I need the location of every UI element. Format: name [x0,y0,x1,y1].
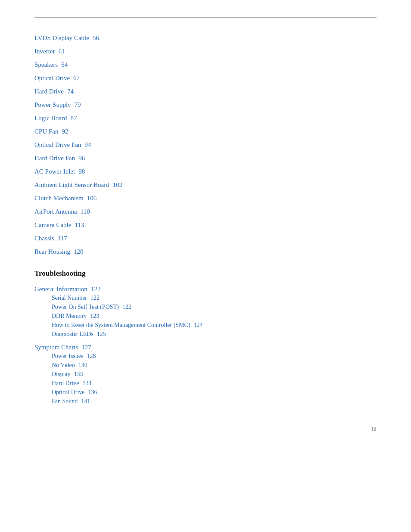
toc-page-num: 106 [87,195,97,202]
toc-item: Optical Drive Fan94 [34,141,377,149]
toc-item: Optical Drive67 [34,75,377,82]
toc-link[interactable]: Logic Board [34,115,67,122]
troubleshooting-group: Symptom Charts127Power Issues128No Video… [34,344,377,405]
toc-link[interactable]: Power Supply [34,101,71,109]
toc-link[interactable]: AC Power Inlet [34,168,75,175]
toc-page-num: 102 [113,181,123,189]
toc-item: Logic Board87 [34,115,377,122]
toc-page-num: 113 [75,221,84,229]
sub-toc-page-num: 123 [90,313,99,320]
group-link[interactable]: General Information [34,286,87,293]
toc-link[interactable]: Chassis [34,235,54,242]
toc-page-num: 64 [61,61,68,68]
toc-item: Hard Drive74 [34,88,377,95]
toc-item: AirPort Antenna110 [34,208,377,215]
sub-toc-item: Optical Drive136 [52,389,377,396]
sub-toc-page-num: 124 [194,322,203,329]
toc-item: Inverter61 [34,48,377,55]
sub-toc-item: Serial Number122 [52,295,377,302]
sub-toc-item: How to Reset the System Management Contr… [52,322,377,329]
toc-page-num: 94 [84,141,91,149]
sub-toc-link[interactable]: No Video [52,362,75,369]
sub-toc-page-num: 130 [78,362,87,369]
sub-toc-link[interactable]: Fan Sound [52,398,78,405]
sub-toc-link[interactable]: Hard Drive [52,380,79,387]
sub-toc-page-num: 128 [87,353,96,360]
toc-link[interactable]: CPU Fan [34,128,58,135]
toc-item: CPU Fan92 [34,128,377,135]
sub-toc-link[interactable]: DDR Memory [52,313,87,320]
top-border [34,17,377,18]
toc-item: Hard Drive Fan96 [34,155,377,162]
sub-toc-link[interactable]: Serial Number [52,295,87,302]
group-heading: General Information122 [34,286,377,293]
sub-toc-page-num: 125 [97,331,106,338]
toc-page-num: 117 [58,235,67,242]
toc-page-num: 87 [70,115,77,122]
group-page-num: 127 [81,344,91,351]
toc-item: Ambient Light Sensor Board102 [34,181,377,189]
toc-link[interactable]: Optical Drive Fan [34,141,81,149]
toc-page-num: 110 [81,208,90,215]
sub-toc-page-num: 133 [74,371,83,378]
toc-section: LVDS Display Cable56Inverter61Speakers64… [34,34,377,405]
toc-page-num: 67 [73,75,80,82]
sub-toc-item: No Video130 [52,362,377,369]
toc-item: Power Supply79 [34,101,377,109]
sub-toc-item: Diagnostic LEDs125 [52,331,377,338]
sub-toc-page-num: 141 [81,398,90,405]
group-link[interactable]: Symptom Charts [34,344,78,351]
sub-toc: Serial Number122Power On Self Test (POST… [52,295,377,338]
page-footer: iii [372,426,377,432]
sub-toc-item: DDR Memory123 [52,313,377,320]
sub-toc-item: Display133 [52,371,377,378]
toc-link[interactable]: AirPort Antenna [34,208,77,215]
sub-toc-link[interactable]: Display [52,371,71,378]
toc-item: Speakers64 [34,61,377,68]
toc-link[interactable]: Ambient Light Sensor Board [34,181,109,189]
page-container: LVDS Display Cable56Inverter61Speakers64… [0,0,411,445]
sub-toc-link[interactable]: Power On Self Test (POST) [52,304,119,311]
sub-toc-page-num: 122 [122,304,131,311]
troubleshooting-group: General Information122Serial Number122Po… [34,286,377,338]
toc-item: Clutch Mechanism106 [34,195,377,202]
toc-link[interactable]: Inverter [34,48,55,55]
group-page-num: 122 [91,286,101,293]
toc-page-num: 74 [67,88,74,95]
toc-page-num: 79 [75,101,81,109]
toc-item: Camera Cable113 [34,221,377,229]
toc-item: AC Power Inlet98 [34,168,377,175]
toc-link[interactable]: Speakers [34,61,58,68]
toc-link[interactable]: Hard Drive [34,88,64,95]
toc-page-num: 98 [78,168,85,175]
sub-toc-page-num: 122 [90,295,100,302]
sub-toc-item: Fan Sound141 [52,398,377,405]
toc-link[interactable]: Clutch Mechanism [34,195,84,202]
toc-page-num: 92 [62,128,68,135]
sub-toc-link[interactable]: Optical Drive [52,389,85,396]
sub-toc-item: Power Issues128 [52,353,377,360]
toc-item: Chassis117 [34,235,377,242]
group-heading: Symptom Charts127 [34,344,377,351]
toc-link[interactable]: LVDS Display Cable [34,34,89,42]
sub-toc-item: Power On Self Test (POST)122 [52,304,377,311]
toc-page-num: 61 [58,48,65,55]
toc-page-num: 96 [78,155,85,162]
troubleshooting-heading: Troubleshooting [34,269,377,278]
sub-toc: Power Issues128No Video130Display133Hard… [52,353,377,405]
toc-item: Rear Housing120 [34,248,377,255]
toc-link[interactable]: Rear Housing [34,248,70,255]
sub-toc-page-num: 136 [88,389,97,396]
sub-toc-page-num: 134 [82,380,91,387]
toc-page-num: 120 [74,248,84,255]
toc-item: LVDS Display Cable56 [34,34,377,42]
toc-link[interactable]: Camera Cable [34,221,71,229]
toc-link[interactable]: Hard Drive Fan [34,155,75,162]
sub-toc-link[interactable]: How to Reset the System Management Contr… [52,322,190,329]
sub-toc-link[interactable]: Power Issues [52,353,84,360]
sub-toc-link[interactable]: Diagnostic LEDs [52,331,93,338]
toc-page-num: 56 [93,34,99,42]
sub-toc-item: Hard Drive134 [52,380,377,387]
toc-link[interactable]: Optical Drive [34,75,70,82]
